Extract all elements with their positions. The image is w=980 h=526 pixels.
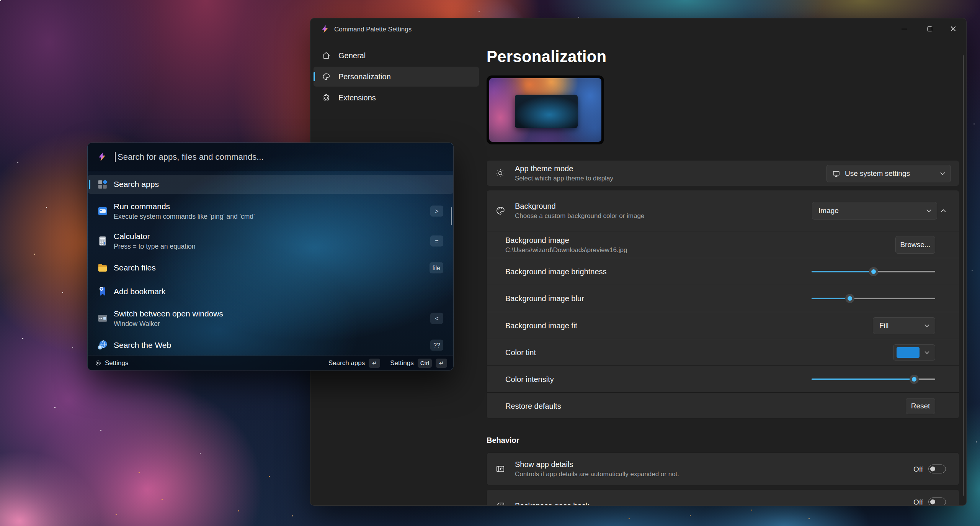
background-title: Background xyxy=(515,202,644,211)
item-shortcut-badge: = xyxy=(430,236,443,247)
background-header-row: Background Choose a custom background co… xyxy=(487,190,959,231)
window-switch-icon xyxy=(97,313,108,324)
item-subtitle: Window Walker xyxy=(114,320,223,328)
fit-title: Background image fit xyxy=(505,321,577,330)
chevron-down-icon xyxy=(924,324,929,328)
slider-thumb[interactable] xyxy=(869,267,878,276)
slider-thumb[interactable] xyxy=(910,375,919,384)
backspace-goes-back-card: Backspace goes back Off xyxy=(487,489,959,506)
window-title: Command Palette Settings xyxy=(334,26,412,33)
command-palette: Search apps Run commands Execute system … xyxy=(87,143,454,370)
toggle-state-label: Off xyxy=(913,465,923,473)
brightness-row: Background image brightness xyxy=(487,258,959,285)
puzzle-icon xyxy=(322,93,330,102)
brightness-slider[interactable] xyxy=(812,267,935,277)
monitor-icon xyxy=(832,170,840,178)
browse-button[interactable]: Browse... xyxy=(895,236,935,254)
chevron-down-icon xyxy=(924,351,929,354)
palette-preview-thumbnail xyxy=(515,95,578,128)
blur-title: Background image blur xyxy=(505,294,584,303)
background-preview-image xyxy=(489,78,601,142)
palette-search-row xyxy=(88,143,453,171)
fit-dropdown[interactable]: Fill xyxy=(873,317,935,334)
fit-row: Background image fit Fill xyxy=(487,312,959,339)
nav-item-general[interactable]: General xyxy=(314,46,479,66)
toggle-switch[interactable] xyxy=(928,465,946,474)
backspace-toggle[interactable]: Off xyxy=(913,498,946,506)
restore-defaults-title: Restore defaults xyxy=(505,402,561,411)
color-tint-picker[interactable] xyxy=(893,344,935,360)
slider-thumb[interactable] xyxy=(845,294,854,303)
backspace-icon xyxy=(495,501,505,506)
item-subtitle: Press = to type an equation xyxy=(114,243,196,251)
enter-key-badge: ↵ xyxy=(436,359,447,368)
nav-item-extensions[interactable]: Extensions xyxy=(314,88,479,108)
background-card: Background Choose a custom background co… xyxy=(487,190,959,419)
theme-subtitle: Select which app theme to display xyxy=(515,175,613,182)
app-theme-card: App theme mode Select which app theme to… xyxy=(487,160,959,186)
color-intensity-row: Color intensity xyxy=(487,365,959,393)
footer-primary-hint[interactable]: Search apps xyxy=(328,359,365,367)
palette-item-search-web[interactable]: Search the Web ?? xyxy=(88,336,454,355)
item-shortcut-badge: ?? xyxy=(430,340,443,351)
nav-label: General xyxy=(338,51,366,60)
page-title: Personalization xyxy=(487,48,606,66)
settings-content: Personalization App theme mode Select wh… xyxy=(487,18,959,505)
blur-row: Background image blur xyxy=(487,285,959,312)
palette-item-search-files[interactable]: Search files file xyxy=(88,258,454,277)
background-image-path: C:\Users\wizard\Downloads\preview16.jpg xyxy=(505,246,627,254)
web-search-icon xyxy=(97,339,108,351)
color-intensity-title: Color intensity xyxy=(505,375,554,384)
palette-item-run-commands[interactable]: Run commands Execute system commands lik… xyxy=(88,198,454,224)
nav-item-personalization[interactable]: Personalization xyxy=(314,67,479,87)
color-tint-title: Color tint xyxy=(505,348,536,357)
theme-title: App theme mode xyxy=(515,164,613,173)
palette-item-switch-windows[interactable]: Switch between open windows Window Walke… xyxy=(88,306,454,331)
fit-value: Fill xyxy=(879,321,889,330)
bookmark-add-icon xyxy=(97,286,108,297)
palette-item-search-apps[interactable]: Search apps xyxy=(88,175,454,194)
item-title: Search apps xyxy=(114,180,159,189)
expander-chevron-up-icon[interactable] xyxy=(941,209,946,213)
show-details-subtitle: Controls if app details are automaticall… xyxy=(515,470,679,478)
palette-search-input[interactable] xyxy=(117,152,425,162)
show-details-toggle[interactable]: Off xyxy=(913,465,946,474)
palette-item-add-bookmark[interactable]: Add bookmark xyxy=(88,282,454,301)
restore-defaults-row: Restore defaults Reset xyxy=(487,392,959,419)
footer-secondary-hint[interactable]: Settings xyxy=(390,359,413,367)
chevron-down-icon xyxy=(940,172,945,175)
gear-icon[interactable] xyxy=(95,359,102,367)
item-title: Run commands xyxy=(114,202,255,211)
item-title: Add bookmark xyxy=(114,287,165,296)
theme-mode-dropdown[interactable]: Use system settings xyxy=(826,165,951,182)
show-app-details-card: Show app details Controls if app details… xyxy=(487,452,959,485)
item-title: Search files xyxy=(114,263,156,272)
calculator-icon xyxy=(97,235,108,247)
brightness-title: Background image brightness xyxy=(505,267,607,276)
nav-label: Personalization xyxy=(338,72,391,81)
item-shortcut-badge: < xyxy=(430,313,443,324)
background-palette-icon xyxy=(495,206,505,216)
background-type-dropdown[interactable]: Image xyxy=(812,202,937,220)
palette-item-calculator[interactable]: Calculator Press = to type an equation = xyxy=(88,228,454,254)
reset-button[interactable]: Reset xyxy=(906,398,935,414)
blur-slider[interactable] xyxy=(812,293,935,303)
background-preview-card xyxy=(487,75,604,144)
color-tint-row: Color tint xyxy=(487,339,959,366)
color-intensity-slider[interactable] xyxy=(812,374,935,384)
chevron-down-icon xyxy=(926,209,931,213)
item-shortcut-badge: file xyxy=(430,262,443,274)
footer-settings-label[interactable]: Settings xyxy=(105,359,128,367)
settings-scrollbar[interactable] xyxy=(963,55,964,496)
palette-icon xyxy=(322,72,330,81)
ctrl-key-badge: Ctrl xyxy=(418,359,432,368)
background-subtitle: Choose a custom background color or imag… xyxy=(515,212,644,220)
terminal-icon xyxy=(97,205,108,217)
nav-label: Extensions xyxy=(338,93,376,102)
toggle-switch[interactable] xyxy=(928,498,946,506)
behavior-section-heading: Behavior xyxy=(487,436,519,445)
command-palette-bolt-icon xyxy=(97,152,107,162)
folder-icon xyxy=(97,262,108,274)
toggle-state-label: Off xyxy=(913,498,923,506)
show-details-title: Show app details xyxy=(515,460,679,469)
